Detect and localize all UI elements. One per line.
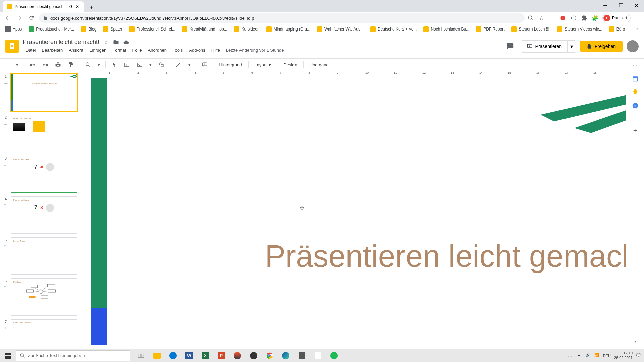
image-dropdown[interactable]: ▾ bbox=[147, 60, 154, 69]
edge-legacy-icon[interactable] bbox=[165, 349, 181, 362]
notepad-icon[interactable] bbox=[310, 349, 326, 362]
menu-insert[interactable]: Einfügen bbox=[87, 46, 109, 54]
bookmark-steuern-lesen[interactable]: Steuern Lesen !!!! bbox=[508, 25, 553, 33]
wifi-icon[interactable]: 📶 bbox=[594, 353, 600, 358]
menu-help[interactable]: Hilfe bbox=[209, 46, 223, 54]
bookmark-kreativitaet[interactable]: Kreativität und Insp... bbox=[179, 25, 230, 33]
notifications-icon[interactable]: 💬 bbox=[636, 353, 641, 358]
onedrive-icon[interactable]: ☁ bbox=[577, 353, 582, 358]
slide-thumb-5[interactable]: Ich bin Thomi — — bbox=[11, 237, 77, 275]
collapse-sidebar-icon[interactable]: › bbox=[632, 338, 639, 345]
app-icon[interactable] bbox=[294, 349, 310, 362]
start-button[interactable] bbox=[0, 349, 16, 362]
move-button[interactable] bbox=[113, 39, 119, 46]
excel-icon[interactable]: X bbox=[197, 349, 213, 362]
explorer-icon[interactable] bbox=[149, 349, 165, 362]
bookmark-kursideen[interactable]: Kursideen bbox=[231, 25, 262, 33]
select-tool[interactable] bbox=[108, 60, 120, 70]
background-button[interactable]: Hintergrund bbox=[216, 60, 246, 69]
tray-chevron-icon[interactable]: ︿ bbox=[568, 353, 574, 358]
comment-tool[interactable]: + bbox=[199, 60, 210, 70]
star-icon[interactable]: ☆ bbox=[538, 15, 545, 21]
bookmark-overflow[interactable]: » bbox=[634, 25, 641, 33]
bookmark-deutsche[interactable]: Deutsche Kurs + Vo... bbox=[368, 25, 419, 33]
bookmark-mindmapping[interactable]: Mindmapping (Gru... bbox=[264, 25, 313, 33]
slide-title-text[interactable]: Präsentieren leicht gemach bbox=[265, 239, 626, 274]
menu-slide[interactable]: Folie bbox=[129, 46, 144, 54]
spotify-icon[interactable] bbox=[326, 349, 342, 362]
bookmark-buero[interactable]: Büro bbox=[606, 25, 628, 33]
account-chip[interactable]: T Pausiert bbox=[602, 14, 631, 22]
edge-icon[interactable] bbox=[278, 349, 294, 362]
menu-format[interactable]: Format bbox=[110, 46, 129, 54]
profile-avatar[interactable] bbox=[627, 40, 639, 52]
bookmark-spaeter[interactable]: Später bbox=[100, 25, 125, 33]
forward-button[interactable] bbox=[15, 13, 24, 23]
clock[interactable]: 12:19 26.02.2021 bbox=[614, 351, 633, 360]
share-button[interactable]: Freigeben bbox=[580, 41, 623, 52]
line-tool[interactable] bbox=[173, 60, 184, 70]
menu-addons[interactable]: Add-ons bbox=[186, 46, 208, 54]
new-slide-dropdown[interactable]: ▾ bbox=[13, 60, 21, 69]
print-button[interactable] bbox=[52, 60, 64, 70]
add-addon-icon[interactable]: + bbox=[632, 127, 639, 134]
slides-logo[interactable] bbox=[5, 40, 19, 53]
canvas-area[interactable]: 1 2 3 4 5 6 7 8 9 10 11 12 13 14 15 16 1… bbox=[80, 71, 626, 349]
menu-icon[interactable]: ⋮ bbox=[635, 15, 641, 21]
undo-button[interactable] bbox=[27, 60, 38, 70]
comments-button[interactable] bbox=[503, 40, 517, 53]
chrome-icon[interactable] bbox=[262, 349, 278, 362]
textbox-tool[interactable]: T bbox=[121, 60, 132, 70]
slide-thumb-1[interactable]: Präsentieren leicht gemacht! bbox=[11, 74, 77, 111]
zoom-dropdown[interactable]: ▾ bbox=[95, 60, 103, 69]
bookmark-produktsuche[interactable]: Produktsuche - Mer... bbox=[26, 25, 77, 33]
language-indicator[interactable]: DEU bbox=[603, 354, 611, 358]
task-view-icon[interactable] bbox=[133, 349, 149, 362]
menu-file[interactable]: Datei bbox=[23, 46, 38, 54]
bookmark-pdf[interactable]: PDF Report bbox=[473, 25, 507, 33]
slide-thumb-4[interactable]: Formen einfügen 7 ✖ bbox=[11, 196, 77, 234]
calendar-icon[interactable] bbox=[632, 75, 639, 82]
bookmark-wahlfaecher[interactable]: Wahlfächer WU Aus... bbox=[314, 25, 366, 33]
close-window-icon[interactable]: ✕ bbox=[629, 0, 644, 11]
menu-tools[interactable]: Tools bbox=[170, 46, 185, 54]
tasks-icon[interactable] bbox=[632, 102, 639, 109]
paint-format-button[interactable] bbox=[65, 60, 76, 70]
slide-thumb-3[interactable]: Formen einfügen 7 ✖ bbox=[11, 156, 77, 193]
minimize-icon[interactable]: ─ bbox=[598, 0, 613, 11]
apps-button[interactable]: Apps bbox=[3, 25, 24, 33]
globe-icon[interactable] bbox=[570, 15, 577, 21]
obs-icon[interactable] bbox=[246, 349, 262, 362]
browser-tab[interactable]: Präsentieren leicht gemacht! - G ✕ bbox=[3, 1, 84, 12]
image-tool[interactable] bbox=[134, 60, 145, 70]
address-bar[interactable]: docs.google.com/presentation/d/1yV372SO5… bbox=[39, 13, 525, 23]
slide-thumb-2[interactable]: Bilder und Grafiken → bbox=[11, 115, 77, 152]
layout-button[interactable]: Layout ▾ bbox=[251, 60, 275, 69]
back-button[interactable] bbox=[3, 13, 12, 23]
zoom-button[interactable] bbox=[82, 60, 94, 70]
bookmark-professionell[interactable]: Professionell Schrei... bbox=[126, 25, 178, 33]
design-button[interactable]: Design bbox=[280, 60, 300, 69]
last-edit-link[interactable]: Letzte Änderung vor 1 Stunde bbox=[223, 46, 287, 54]
line-dropdown[interactable]: ▾ bbox=[185, 60, 193, 69]
menu-edit[interactable]: Bearbeiten bbox=[39, 46, 65, 54]
transition-button[interactable]: Übergang bbox=[306, 60, 332, 69]
shape-tool[interactable] bbox=[156, 60, 167, 70]
slide-thumb-6[interactable]: Mindmap bbox=[11, 278, 77, 316]
volume-icon[interactable]: 🔊 bbox=[586, 353, 591, 358]
puzzle-icon[interactable]: 🧩 bbox=[592, 15, 598, 21]
cloud-status-icon[interactable] bbox=[123, 39, 129, 46]
extension-icon[interactable] bbox=[581, 15, 588, 21]
readlater-icon[interactable] bbox=[549, 15, 555, 21]
slide-canvas[interactable]: Präsentieren leicht gemach bbox=[91, 78, 621, 345]
document-title[interactable]: Präsentieren leicht gemacht! bbox=[23, 39, 99, 46]
brave-icon[interactable] bbox=[229, 349, 246, 362]
redo-button[interactable] bbox=[40, 60, 51, 70]
bookmark-steuern-videos[interactable]: Steuern Videos wic... bbox=[554, 25, 605, 33]
collapse-toolbar-icon[interactable]: ︿ bbox=[630, 60, 640, 70]
present-dropdown[interactable]: ▾ bbox=[568, 40, 576, 53]
new-slide-button[interactable]: + bbox=[4, 60, 12, 69]
star-button[interactable]: ☆ bbox=[103, 39, 109, 46]
zoom-icon[interactable] bbox=[527, 15, 534, 21]
maximize-icon[interactable]: ☐ bbox=[613, 0, 629, 11]
